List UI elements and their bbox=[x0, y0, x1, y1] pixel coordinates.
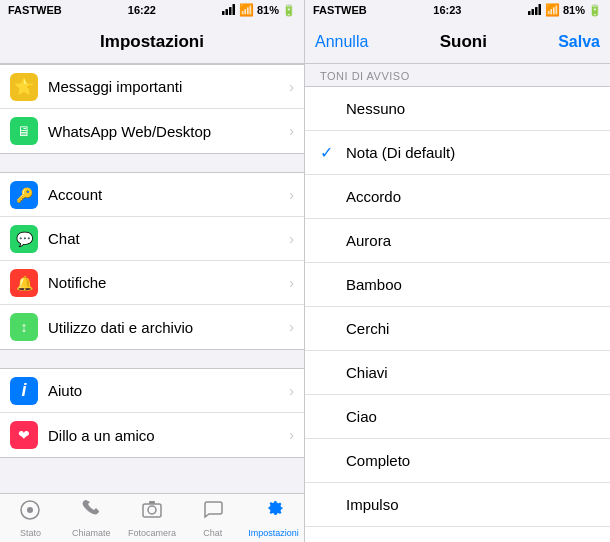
settings-section-1: ⭐ Messaggi importanti › 🖥 WhatsApp Web/D… bbox=[0, 64, 304, 154]
time-left: 16:22 bbox=[128, 4, 156, 16]
settings-item-dillo[interactable]: ❤ Dillo a un amico › bbox=[0, 413, 304, 457]
settings-item-chat[interactable]: 💬 Chat › bbox=[0, 217, 304, 261]
whatsapp-web-icon: 🖥 bbox=[10, 117, 38, 145]
tone-impulso-label: Impulso bbox=[346, 496, 595, 513]
battery-right-icon: 🔋 bbox=[588, 4, 602, 17]
tones-section: Nessuno ✓ Nota (Di default) Accordo Auro… bbox=[305, 86, 610, 542]
chevron-aiuto: › bbox=[289, 383, 294, 399]
status-bar-right: FASTWEB 16:23 📶 81% 🔋 bbox=[305, 0, 610, 20]
impostazioni-label: Impostazioni bbox=[248, 528, 299, 538]
tab-chiamate[interactable]: Chiamate bbox=[61, 498, 122, 538]
chevron-utilizzo: › bbox=[289, 319, 294, 335]
tone-ciao[interactable]: Ciao bbox=[305, 395, 610, 439]
wifi-right-icon: 📶 bbox=[545, 3, 560, 17]
chevron-whatsapp-web: › bbox=[289, 123, 294, 139]
chat-label: Chat bbox=[48, 230, 289, 247]
chat-tab-icon bbox=[202, 498, 224, 526]
tone-nessuno-label: Nessuno bbox=[346, 100, 595, 117]
tab-fotocamera[interactable]: Fotocamera bbox=[122, 498, 183, 538]
tab-chat[interactable]: Chat bbox=[182, 498, 243, 538]
svg-point-7 bbox=[148, 506, 156, 514]
tones-list: TONI DI AVVISO Nessuno ✓ Nota (Di defaul… bbox=[305, 64, 610, 542]
chiamate-label: Chiamate bbox=[72, 528, 111, 538]
dillo-label: Dillo a un amico bbox=[48, 427, 289, 444]
chat-tab-label: Chat bbox=[203, 528, 222, 538]
tone-ciao-label: Ciao bbox=[346, 408, 595, 425]
tone-completo[interactable]: Completo bbox=[305, 439, 610, 483]
svg-rect-8 bbox=[149, 501, 155, 504]
tab-stato[interactable]: Stato bbox=[0, 499, 61, 538]
icons-left: 📶 81% 🔋 bbox=[222, 3, 296, 17]
stato-label: Stato bbox=[20, 528, 41, 538]
icons-right: 📶 81% 🔋 bbox=[528, 3, 602, 17]
tab-bar-left: Stato Chiamate Fotocamera bbox=[0, 493, 304, 542]
svg-point-5 bbox=[27, 507, 33, 513]
dillo-icon: ❤ bbox=[10, 421, 38, 449]
tone-input[interactable]: Input bbox=[305, 527, 610, 542]
fotocamera-label: Fotocamera bbox=[128, 528, 176, 538]
tone-accordo[interactable]: Accordo bbox=[305, 175, 610, 219]
settings-item-utilizzo[interactable]: ↕ Utilizzo dati e archivio › bbox=[0, 305, 304, 349]
carrier-left: FASTWEB bbox=[8, 4, 62, 16]
svg-rect-2 bbox=[229, 7, 232, 15]
settings-list: ⭐ Messaggi importanti › 🖥 WhatsApp Web/D… bbox=[0, 64, 304, 493]
tone-chiavi[interactable]: Chiavi bbox=[305, 351, 610, 395]
chevron-chat: › bbox=[289, 231, 294, 247]
chevron-notifiche: › bbox=[289, 275, 294, 291]
signal-right-icon bbox=[528, 4, 542, 17]
cancel-button[interactable]: Annulla bbox=[315, 33, 368, 51]
aiuto-icon: i bbox=[10, 377, 38, 405]
tone-nessuno[interactable]: Nessuno bbox=[305, 87, 610, 131]
settings-item-account[interactable]: 🔑 Account › bbox=[0, 173, 304, 217]
status-bar-left: FASTWEB 16:22 📶 81% 🔋 bbox=[0, 0, 304, 20]
svg-rect-12 bbox=[538, 4, 541, 15]
tone-aurora-label: Aurora bbox=[346, 232, 595, 249]
chiamate-icon bbox=[80, 498, 102, 526]
fotocamera-icon bbox=[141, 498, 163, 526]
chat-icon: 💬 bbox=[10, 225, 38, 253]
utilizzo-icon: ↕ bbox=[10, 313, 38, 341]
svg-rect-11 bbox=[535, 7, 538, 15]
whatsapp-web-label: WhatsApp Web/Desktop bbox=[48, 123, 289, 140]
settings-section-3: i Aiuto › ❤ Dillo a un amico › bbox=[0, 368, 304, 458]
settings-title: Impostazioni bbox=[100, 32, 204, 52]
tone-bamboo[interactable]: Bamboo bbox=[305, 263, 610, 307]
chevron-account: › bbox=[289, 187, 294, 203]
time-right: 16:23 bbox=[433, 4, 461, 16]
tone-bamboo-label: Bamboo bbox=[346, 276, 595, 293]
tone-cerchi[interactable]: Cerchi bbox=[305, 307, 610, 351]
tone-nota-label: Nota (Di default) bbox=[346, 144, 595, 161]
tab-impostazioni[interactable]: Impostazioni bbox=[243, 498, 304, 538]
signal-icon bbox=[222, 4, 236, 17]
svg-rect-10 bbox=[531, 9, 534, 15]
svg-rect-0 bbox=[222, 11, 225, 15]
section-header: TONI DI AVVISO bbox=[305, 64, 610, 86]
svg-rect-3 bbox=[232, 4, 235, 15]
battery-pct-right: 81% bbox=[563, 4, 585, 16]
notifiche-label: Notifiche bbox=[48, 274, 289, 291]
tone-chiavi-label: Chiavi bbox=[346, 364, 595, 381]
impostazioni-icon bbox=[263, 498, 285, 526]
settings-item-whatsapp-web[interactable]: 🖥 WhatsApp Web/Desktop › bbox=[0, 109, 304, 153]
sounds-title: Suoni bbox=[440, 32, 487, 52]
svg-rect-1 bbox=[225, 9, 228, 15]
tone-nota[interactable]: ✓ Nota (Di default) bbox=[305, 131, 610, 175]
settings-item-messaggi[interactable]: ⭐ Messaggi importanti › bbox=[0, 65, 304, 109]
nav-bar-right: Annulla Suoni Salva bbox=[305, 20, 610, 64]
tone-accordo-label: Accordo bbox=[346, 188, 595, 205]
tone-impulso[interactable]: Impulso bbox=[305, 483, 610, 527]
carrier-right: FASTWEB bbox=[313, 4, 367, 16]
tone-cerchi-label: Cerchi bbox=[346, 320, 595, 337]
settings-item-aiuto[interactable]: i Aiuto › bbox=[0, 369, 304, 413]
check-nota: ✓ bbox=[320, 143, 336, 162]
chevron-messaggi: › bbox=[289, 79, 294, 95]
tone-aurora[interactable]: Aurora bbox=[305, 219, 610, 263]
settings-item-notifiche[interactable]: 🔔 Notifiche › bbox=[0, 261, 304, 305]
save-button[interactable]: Salva bbox=[558, 33, 600, 51]
notifiche-icon: 🔔 bbox=[10, 269, 38, 297]
nav-bar-left: Impostazioni bbox=[0, 20, 304, 64]
wifi-icon: 📶 bbox=[239, 3, 254, 17]
utilizzo-label: Utilizzo dati e archivio bbox=[48, 319, 289, 336]
svg-rect-9 bbox=[528, 11, 531, 15]
messaggi-icon: ⭐ bbox=[10, 73, 38, 101]
